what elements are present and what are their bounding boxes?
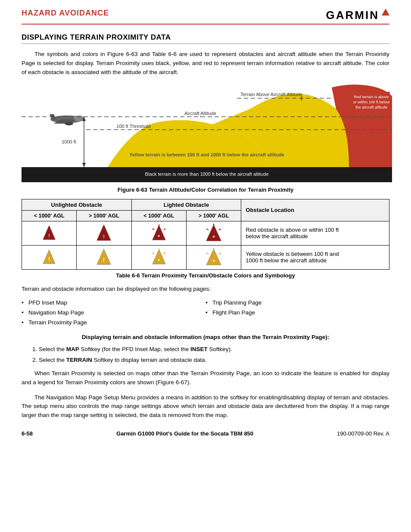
terrain-keyword: TERRAIN (66, 357, 92, 363)
page: HAZARD AVOIDANCE GARMIN DISPLAYING TERRA… (0, 0, 411, 532)
svg-point-11 (65, 122, 73, 125)
lighted-yellow-large: ✦ (186, 245, 241, 269)
svg-text:Black terrain is more than 100: Black terrain is more than 1000 ft below… (145, 171, 269, 177)
svg-text:!: ! (103, 233, 105, 240)
subsection-title: Displaying terrain and obstacle informat… (22, 334, 389, 340)
obstacle-table: Unlighted Obstacle Lighted Obstacle Obst… (22, 199, 389, 270)
table-caption: Table 6-6 Terrain Proximity Terrain/Obst… (22, 272, 389, 279)
unlighted-yellow-small: ! (22, 245, 77, 269)
svg-text:Terrain Above Aircraft Altitud: Terrain Above Aircraft Altitude (240, 92, 302, 97)
unlighted-yellow-large: ! (77, 245, 131, 269)
svg-text:or within 100 ft below: or within 100 ft below (353, 100, 390, 104)
garmin-logo-text: GARMIN (326, 9, 379, 22)
lighted-sub2: > 1000' AGL (186, 210, 241, 221)
lighted-sub1: < 1000' AGL (131, 210, 186, 221)
para1: When Terrain Proximity is selected on ma… (22, 369, 389, 387)
svg-text:Aircraft Altitude: Aircraft Altitude (184, 111, 216, 116)
svg-text:Yellow terrain is between 100 : Yellow terrain is between 100 ft and 100… (129, 152, 284, 157)
list-intro-text: Terrain and obstacle information can be … (22, 285, 389, 294)
figure-caption: Figure 6-63 Terrain Altitude/Color Corre… (22, 187, 389, 193)
svg-line-31 (153, 229, 154, 230)
page-header: HAZARD AVOIDANCE GARMIN (22, 9, 389, 25)
section-title: DISPLAYING TERRAIN PROXIMITY DATA (22, 33, 389, 44)
svg-text:!: ! (103, 257, 105, 263)
map-keyword: MAP (66, 346, 79, 352)
unlighted-red-small: ! (22, 221, 77, 245)
svg-text:!: ! (48, 256, 50, 262)
page-list: PFD Inset Map Navigation Map Page Terrai… (22, 298, 389, 328)
svg-line-51 (219, 253, 221, 254)
unlighted-header: Unlighted Obstacle (22, 199, 132, 210)
yellow-obstacle-location: Yellow obstacle is between 100 ft and100… (241, 245, 389, 269)
lighted-yellow-small: ✦ (131, 245, 186, 269)
section-header-title: HAZARD AVOIDANCE (22, 9, 109, 18)
list-item: Flight Plan Page (206, 308, 389, 318)
svg-text:✦: ✦ (157, 234, 161, 238)
procedure-steps: Select the MAP Softkey (for the PFD Inse… (39, 345, 389, 365)
svg-text:the aircraft altitude: the aircraft altitude (355, 105, 387, 109)
unlighted-red-large: ! (77, 221, 131, 245)
unlighted-sub2: > 1000' AGL (77, 210, 131, 221)
document-number: 190-00709-00 Rev. A (337, 430, 389, 437)
inset-keyword: INSET (190, 346, 208, 352)
lighted-red-large: ✦ (186, 221, 241, 245)
garmin-logo: GARMIN (326, 9, 389, 22)
svg-line-45 (153, 253, 154, 254)
svg-text:!: ! (48, 233, 50, 239)
svg-text:100 ft Threshold: 100 ft Threshold (116, 124, 150, 129)
svg-text:✦: ✦ (212, 234, 215, 239)
lighted-red-small: ✦ (131, 221, 186, 245)
unlighted-sub1: < 1000' AGL (22, 210, 77, 221)
svg-line-50 (206, 253, 209, 254)
obstacle-location-header: Obstacle Location (241, 199, 389, 221)
svg-line-46 (164, 253, 165, 254)
table-row: ! ! ✦ ✦ Red obstacle is above or within … (22, 221, 389, 245)
garmin-triangle-icon (382, 9, 389, 16)
page-number: 6-58 (22, 430, 33, 437)
svg-line-37 (219, 229, 221, 230)
page-footer: 6-58 Garmin G1000 Pilot's Guide for the … (22, 429, 389, 437)
list-item: Terrain Proximity Page (22, 318, 206, 328)
svg-point-8 (74, 115, 84, 121)
svg-marker-22 (82, 163, 86, 167)
red-obstacle-location: Red obstacle is above or within 100 ftbe… (241, 221, 389, 245)
terrain-diagram-svg: Black terrain is more than 1000 ft below… (22, 83, 392, 182)
list-item: Navigation Map Page (22, 308, 206, 318)
list-col-2: Trip Planning Page Flight Plan Page (206, 298, 389, 328)
list-item: Trip Planning Page (206, 298, 389, 308)
table-row: ! ! ✦ ✦ Yellow obstacle is between 100 f… (22, 245, 389, 269)
svg-text:✦: ✦ (157, 258, 161, 262)
para2: The Navigation Map Page Setup Menu provi… (22, 393, 389, 420)
intro-paragraph: The symbols and colors in Figure 6-63 an… (22, 50, 389, 77)
svg-text:1000 ft: 1000 ft (62, 139, 76, 144)
step-2: Select the TERRAIN Softkey to display te… (39, 355, 389, 365)
step-1: Select the MAP Softkey (for the PFD Inse… (39, 345, 389, 354)
svg-line-36 (206, 229, 209, 230)
svg-text:✦: ✦ (212, 258, 215, 263)
list-item: PFD Inset Map (22, 298, 206, 308)
document-title: Garmin G1000 Pilot's Guide for the Socat… (116, 430, 253, 437)
svg-line-32 (164, 229, 165, 230)
lighted-header: Lighted Obstacle (131, 199, 241, 210)
list-col-1: PFD Inset Map Navigation Map Page Terrai… (22, 298, 206, 328)
svg-text:Red terrain is above: Red terrain is above (354, 95, 389, 99)
terrain-diagram: Black terrain is more than 1000 ft below… (22, 83, 389, 184)
